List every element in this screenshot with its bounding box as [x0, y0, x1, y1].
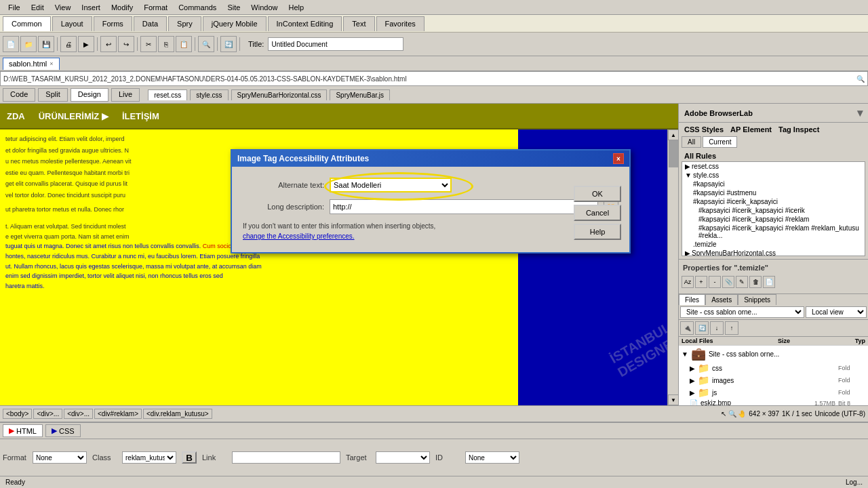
bread-reklam[interactable]: <div#reklam> [94, 409, 142, 419]
view-split[interactable]: Split [38, 88, 67, 102]
menu-view[interactable]: View [50, 2, 77, 13]
rule-temizle[interactable]: .temizle [682, 240, 865, 249]
vertical-scrollbar[interactable]: ▲ ▼ [667, 129, 678, 405]
rule-reklam2[interactable]: #kapsayici #icerik_kapsayici #reklam #re… [682, 224, 865, 240]
nav-item-urunlerimiz[interactable]: ÜRÜNLERİMİZ ▶ [39, 111, 108, 121]
bread-reklam-kutusu[interactable]: <div.reklam_kutusu> [143, 409, 212, 419]
prop-delete-btn[interactable]: 🗑 [749, 276, 762, 288]
menu-file[interactable]: File [3, 2, 26, 13]
prop-minus-btn[interactable]: - [709, 276, 721, 288]
bread-div2[interactable]: <div>... [64, 409, 93, 419]
rule-reset[interactable]: ▶reset.css [682, 162, 865, 171]
target-select[interactable] [376, 451, 430, 464]
menu-commands[interactable]: Commands [173, 2, 222, 13]
connect-btn[interactable]: 🔌 [680, 321, 694, 335]
prop-plus-btn[interactable]: + [695, 276, 707, 288]
tab-layout[interactable]: Layout [52, 16, 92, 31]
id-select[interactable]: None [465, 451, 519, 464]
paste-btn[interactable]: 📋 [176, 36, 192, 52]
tab-jquery[interactable]: jQuery Mobile [203, 16, 267, 31]
menu-insert[interactable]: Insert [76, 2, 106, 13]
source-file-sprymenuhoriz[interactable]: SpryMenuBarHorizontal.css [231, 89, 328, 100]
menu-help[interactable]: Help [283, 2, 309, 13]
dialog-cancel-btn[interactable]: Cancel [574, 205, 621, 221]
rule-icerik[interactable]: #kapsayici #icerik_kapsayici [682, 197, 865, 206]
dialog-close-btn[interactable]: × [613, 153, 624, 164]
save-btn[interactable]: 💾 [38, 36, 54, 52]
refresh-btn[interactable]: 🔄 [220, 36, 237, 52]
class-select[interactable]: reklam_kutusu [122, 451, 176, 464]
menu-site[interactable]: Site [222, 2, 245, 13]
accessibility-prefs-link[interactable]: change the Accessibility preferences. [243, 232, 355, 240]
title-input[interactable] [268, 37, 403, 51]
cut-btn[interactable]: ✂ [140, 36, 157, 52]
rule-style[interactable]: ▼style.css [682, 171, 865, 180]
tab-text[interactable]: Text [343, 16, 374, 31]
rule-spry[interactable]: ▶SpryMenuBarHorizontal.css [682, 249, 865, 256]
long-desc-input[interactable] [330, 199, 598, 214]
file-images-folder[interactable]: ▶ 📁 images Fold [679, 374, 868, 386]
html-type-btn[interactable]: ▶ HTML [3, 424, 43, 437]
find-btn[interactable]: 🔍 [198, 36, 214, 52]
upload-btn[interactable]: ↑ [725, 321, 738, 335]
bread-body[interactable]: <body> [3, 409, 32, 419]
sidebar-close-btn[interactable]: ▾ [857, 106, 863, 119]
preview-btn[interactable]: ▶ [78, 36, 94, 52]
filepath-close-btn[interactable]: 🔍 [856, 75, 865, 83]
copy-btn[interactable]: ⎘ [158, 36, 174, 52]
rule-reklam[interactable]: #kapsayici #icerik_kapsayici #reklam [682, 215, 865, 224]
prop-attach-btn[interactable]: 📎 [722, 276, 734, 288]
scroll-up-btn[interactable]: ▲ [668, 129, 678, 140]
alt-text-select[interactable]: Saat Modelleri [330, 178, 452, 192]
tab-common[interactable]: Common [3, 16, 51, 31]
link-input[interactable] [232, 451, 340, 464]
view-live[interactable]: Live [111, 88, 140, 102]
files-tab-assets[interactable]: Assets [705, 294, 738, 305]
local-view-select[interactable]: Local view [806, 306, 867, 318]
site-select[interactable]: Site - css sablon orne... [680, 306, 804, 318]
bold-button[interactable]: B [182, 451, 197, 464]
tab-incontext[interactable]: InContext Editing [268, 16, 342, 31]
file-css-folder[interactable]: ▶ 📁 css Fold [679, 362, 868, 374]
tab-favorites[interactable]: Favorites [376, 16, 425, 31]
menu-window[interactable]: Window [245, 2, 283, 13]
view-source[interactable]: Code [3, 88, 35, 102]
open-btn[interactable]: 📁 [20, 36, 37, 52]
format-select[interactable]: None [33, 451, 87, 464]
rule-icerik2[interactable]: #kapsayici #icerik_kapsayici #icerik [682, 206, 865, 215]
file-eskiz[interactable]: 📄 eskiz.bmp 1.57MB Bit 8 [679, 399, 868, 405]
source-file-style[interactable]: style.css [190, 89, 228, 100]
view-design[interactable]: Design [71, 88, 108, 102]
log-btn[interactable]: Log... [846, 479, 863, 486]
menu-modify[interactable]: Modify [106, 2, 138, 13]
close-tab-btn[interactable]: × [50, 60, 53, 67]
rule-ustmenu[interactable]: #kapsayici #ustmenu [682, 188, 865, 197]
source-file-reset[interactable]: reset.css [148, 89, 187, 100]
prop-new-btn[interactable]: 📄 [763, 276, 775, 288]
new-btn[interactable]: 📄 [3, 36, 19, 52]
css-tab-current[interactable]: Current [703, 136, 737, 148]
undo-btn[interactable]: ↩ [100, 36, 117, 52]
tab-spry[interactable]: Spry [168, 16, 201, 31]
files-tab-snippets[interactable]: Snippets [738, 294, 776, 305]
file-site-root[interactable]: ▼ 💼 Site - css sablon orne... [679, 346, 868, 362]
scroll-down-btn[interactable]: ▼ [668, 394, 678, 405]
download-btn[interactable]: ↓ [710, 321, 724, 335]
refresh-files-btn[interactable]: 🔄 [695, 321, 709, 335]
files-tab-files[interactable]: Files [679, 294, 705, 305]
file-js-folder[interactable]: ▶ 📁 js Fold [679, 386, 868, 399]
menu-edit[interactable]: Edit [26, 2, 50, 13]
css-type-btn[interactable]: ▶ CSS [45, 424, 81, 437]
prop-az-btn[interactable]: Az [682, 276, 694, 288]
tab-data[interactable]: Data [134, 16, 167, 31]
prop-edit-btn[interactable]: ✎ [736, 276, 748, 288]
nav-item-zda[interactable]: ZDA [7, 111, 25, 121]
source-file-sprybar[interactable]: SpryMenuBar.js [330, 89, 390, 100]
tab-forms[interactable]: Forms [94, 16, 132, 31]
css-tab-all[interactable]: All [682, 136, 701, 148]
rule-kapsayici[interactable]: #kapsayici [682, 180, 865, 188]
active-file-tab[interactable]: sablon.html × [3, 58, 60, 70]
redo-btn[interactable]: ↪ [118, 36, 134, 52]
dialog-help-btn[interactable]: Help [574, 224, 621, 240]
nav-item-iletisim[interactable]: İLETİŞİM [122, 111, 159, 121]
